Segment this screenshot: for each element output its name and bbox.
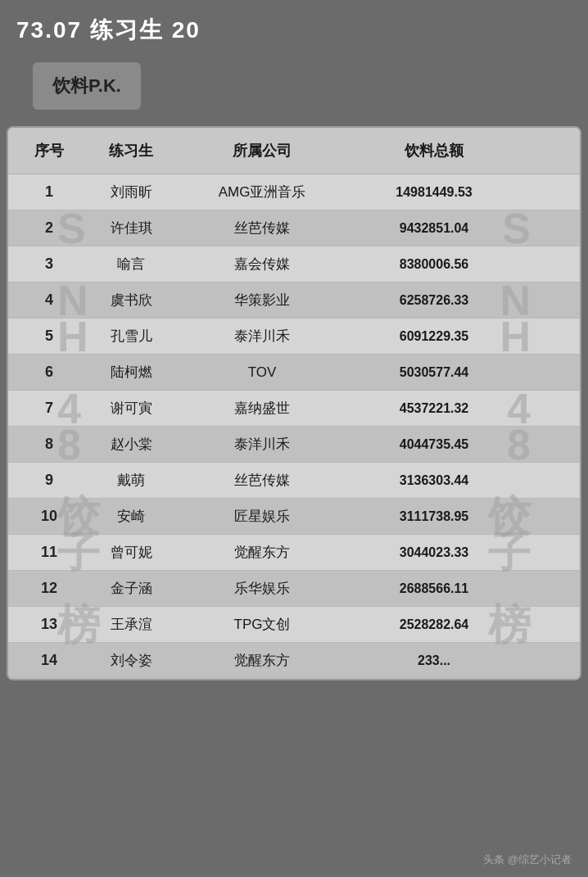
cell-rank: 1 <box>16 183 82 201</box>
cell-rank: 2 <box>16 219 82 237</box>
cell-rank: 10 <box>16 508 82 525</box>
cell-amount: 2528282.64 <box>344 617 524 632</box>
cell-amount: 2688566.11 <box>344 581 524 596</box>
cell-company: 匠星娱乐 <box>180 507 344 526</box>
cell-rank: 13 <box>16 616 82 633</box>
cell-name: 孔雪儿 <box>82 327 180 346</box>
cell-name: 曾可妮 <box>82 543 180 562</box>
table-row: 888赵小棠泰洋川禾4044735.45 <box>8 427 580 463</box>
cell-name: 虞书欣 <box>82 291 180 310</box>
col-rank: 序号 <box>16 141 82 160</box>
table-row: SS2许佳琪丝芭传媒9432851.04 <box>8 210 580 246</box>
table-header: 序号 练习生 所属公司 饮料总额 <box>8 128 580 174</box>
table-body: 1刘雨昕AMG亚洲音乐14981449.53SS2许佳琪丝芭传媒9432851.… <box>8 174 580 679</box>
cell-name: 陆柯燃 <box>82 363 180 382</box>
cell-company: 觉醒东方 <box>180 651 344 670</box>
cell-company: 丝芭传媒 <box>180 219 344 237</box>
cell-name: 刘雨昕 <box>82 183 180 201</box>
cell-company: 嘉纳盛世 <box>180 399 344 418</box>
table-row: 447谢可寅嘉纳盛世4537221.32 <box>8 391 580 427</box>
cell-amount: 3111738.95 <box>344 509 524 524</box>
cell-name: 刘令姿 <box>82 651 180 670</box>
table-row: 6陆柯燃TOV5030577.44 <box>8 355 580 391</box>
cell-rank: 14 <box>16 652 82 669</box>
cell-amount: 6258726.33 <box>344 293 524 308</box>
col-name: 练习生 <box>82 141 180 160</box>
cell-rank: 5 <box>16 328 82 345</box>
cell-rank: 9 <box>16 472 82 489</box>
cell-company: 丝芭传媒 <box>180 471 344 490</box>
header-area: 73.07 练习生 20 <box>0 0 588 54</box>
cell-name: 喻言 <box>82 255 180 273</box>
cell-company: 嘉会传媒 <box>180 255 344 273</box>
cell-name: 许佳琪 <box>82 219 180 237</box>
table-row: HH5孔雪儿泰洋川禾6091229.35 <box>8 319 580 355</box>
cell-amount: 9432851.04 <box>344 221 524 236</box>
table-row: 12金子涵乐华娱乐2688566.11 <box>8 571 580 607</box>
cell-company: 乐华娱乐 <box>180 579 344 598</box>
cell-name: 安崎 <box>82 507 180 526</box>
cell-name: 金子涵 <box>82 579 180 598</box>
table-row: 9戴萌丝芭传媒3136303.44 <box>8 463 580 499</box>
cell-name: 赵小棠 <box>82 435 180 454</box>
cell-amount: 14981449.53 <box>344 185 524 200</box>
cell-name: 谢可寅 <box>82 399 180 418</box>
cell-rank: 4 <box>16 292 82 309</box>
cell-rank: 6 <box>16 364 82 381</box>
cell-amount: 5030577.44 <box>344 365 524 380</box>
cell-rank: 7 <box>16 400 82 417</box>
cell-rank: 3 <box>16 255 82 273</box>
footer-watermark: 头条 @综艺小记者 <box>483 852 572 867</box>
col-amount: 饮料总额 <box>344 141 524 160</box>
cell-company: 觉醒东方 <box>180 543 344 562</box>
pk-label-container: 饮料P.K. <box>33 62 141 110</box>
col-company: 所属公司 <box>180 141 344 160</box>
table-row: 饺饺10安崎匠星娱乐3111738.95 <box>8 499 580 535</box>
cell-amount: 4537221.32 <box>344 401 524 416</box>
cell-rank: 12 <box>16 580 82 597</box>
table-container: 序号 练习生 所属公司 饮料总额 1刘雨昕AMG亚洲音乐14981449.53S… <box>7 126 581 680</box>
cell-amount: 6091229.35 <box>344 329 524 344</box>
cell-rank: 11 <box>16 544 82 561</box>
cell-amount: 3044023.33 <box>344 545 524 560</box>
table-row: 3喻言嘉会传媒8380006.56 <box>8 246 580 283</box>
table-row: 14刘令姿觉醒东方233... <box>8 643 580 679</box>
table-row: NN4虞书欣华策影业6258726.33 <box>8 283 580 319</box>
pk-label: 饮料P.K. <box>52 75 121 96</box>
cell-rank: 8 <box>16 436 82 453</box>
cell-company: AMG亚洲音乐 <box>180 183 344 201</box>
table-row: 1刘雨昕AMG亚洲音乐14981449.53 <box>8 174 580 210</box>
cell-amount: 4044735.45 <box>344 437 524 452</box>
cell-amount: 233... <box>344 653 524 668</box>
cell-amount: 3136303.44 <box>344 473 524 488</box>
header-title: 73.07 练习生 20 <box>16 15 201 46</box>
cell-name: 戴萌 <box>82 471 180 490</box>
cell-company: 华策影业 <box>180 291 344 310</box>
cell-amount: 8380006.56 <box>344 257 524 272</box>
table-row: 榜榜13王承渲TPG文创2528282.64 <box>8 607 580 643</box>
cell-name: 王承渲 <box>82 615 180 634</box>
cell-company: TPG文创 <box>180 615 344 634</box>
cell-company: TOV <box>180 364 344 381</box>
table-row: 子子11曾可妮觉醒东方3044023.33 <box>8 535 580 571</box>
cell-company: 泰洋川禾 <box>180 435 344 454</box>
cell-company: 泰洋川禾 <box>180 327 344 346</box>
